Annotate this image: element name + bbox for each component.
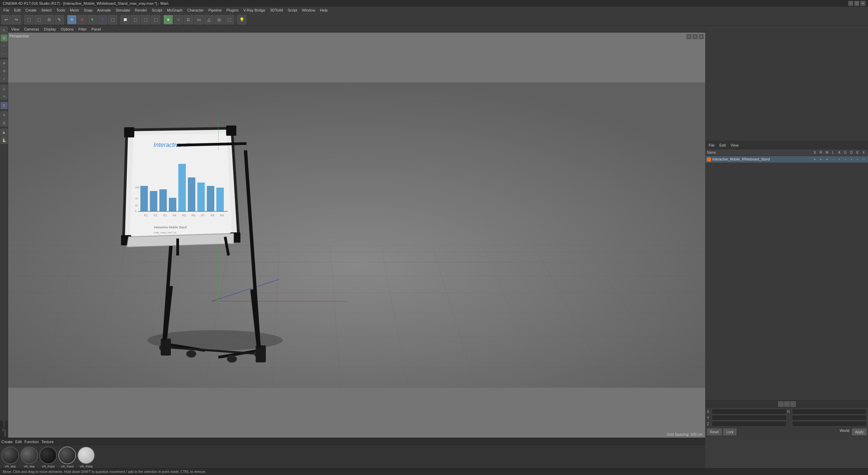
tool-scale[interactable]: ⤢: [0, 75, 8, 82]
p-field[interactable]: [792, 415, 867, 420]
shape-cone[interactable]: △: [204, 15, 214, 24]
menu-edit[interactable]: Edit: [12, 7, 23, 13]
menu-snap[interactable]: Snap: [82, 7, 95, 13]
x-position-field[interactable]: [712, 409, 787, 414]
tool-group3[interactable]: ⋯: [0, 50, 8, 57]
tool-rotate[interactable]: ↺: [0, 67, 8, 75]
vp-menu-cameras[interactable]: Cameras: [22, 27, 41, 32]
tool-camera[interactable]: S: [0, 102, 8, 109]
vp-menu-view[interactable]: View: [9, 27, 21, 32]
menu-plugins[interactable]: Plugins: [224, 7, 241, 13]
render-btn[interactable]: 🔲: [120, 15, 130, 24]
tool-polygon[interactable]: △: [0, 84, 8, 92]
menu-3dtoall[interactable]: 3DToAll: [268, 7, 285, 13]
y-axis[interactable]: Y: [87, 15, 97, 24]
object-status-d[interactable]: ●: [848, 158, 854, 161]
shape-cylinder[interactable]: ⊏: [184, 15, 193, 24]
world-axis[interactable]: ⬚: [108, 15, 117, 24]
object-status-r[interactable]: ●: [818, 158, 824, 161]
menu-mesh[interactable]: Mesh: [68, 7, 81, 13]
b-field[interactable]: [792, 421, 867, 426]
menu-select[interactable]: Select: [39, 7, 54, 13]
minimize-button[interactable]: −: [848, 1, 853, 6]
mat-menu-texture[interactable]: Texture: [41, 440, 54, 444]
coords-tab-1[interactable]: [778, 401, 784, 407]
select-tool[interactable]: ⬚: [24, 15, 34, 24]
tool-character[interactable]: ♟: [0, 129, 8, 136]
shape-capsule[interactable]: ⬚: [224, 15, 234, 24]
om-menu-file[interactable]: File: [707, 143, 716, 148]
z-position-field[interactable]: [712, 421, 787, 426]
menu-simulate[interactable]: Simulate: [114, 7, 132, 13]
vp-menu-panel[interactable]: Panel: [90, 27, 103, 32]
tool-move[interactable]: ✛: [0, 59, 8, 67]
vp-menu-display[interactable]: Display: [42, 27, 58, 32]
lock-button[interactable]: Lock: [723, 429, 736, 435]
mat-menu-function[interactable]: Function: [24, 440, 39, 444]
shape-cube[interactable]: ■: [163, 15, 173, 24]
object-status-l[interactable]: —: [830, 158, 836, 161]
material-item-2[interactable]: VR_Paint: [39, 446, 57, 468]
menu-file[interactable]: File: [1, 7, 12, 13]
material-item-1[interactable]: VR_Mat: [20, 446, 38, 468]
maximize-button[interactable]: □: [854, 1, 859, 6]
light-btn[interactable]: 💡: [237, 15, 246, 24]
h-field[interactable]: [792, 409, 867, 414]
menu-character[interactable]: Character: [185, 7, 205, 13]
tool-spline[interactable]: ∿: [0, 92, 8, 100]
coords-tab-2[interactable]: [784, 401, 790, 407]
object-list-item[interactable]: Interactive_Mobile_Whiteboard_Stand ● ● …: [706, 156, 868, 163]
tool-paint[interactable]: ✎: [0, 111, 8, 119]
material-item-3[interactable]: VR_Paint: [58, 446, 76, 468]
menu-window[interactable]: Window: [300, 7, 317, 13]
menu-create[interactable]: Create: [23, 7, 39, 13]
tool-uv[interactable]: ⊡: [0, 119, 8, 127]
render-all[interactable]: ⬚: [151, 15, 160, 24]
object-status-a[interactable]: ●: [836, 158, 842, 161]
freehand-select[interactable]: ✎: [55, 15, 64, 24]
y-position-field[interactable]: [712, 415, 787, 420]
x-axis[interactable]: X: [77, 15, 87, 24]
menu-render[interactable]: Render: [133, 7, 149, 13]
menu-tools[interactable]: Tools: [54, 7, 67, 13]
menu-pipeline[interactable]: Pipeline: [206, 7, 224, 13]
object-status-m[interactable]: ●: [824, 158, 830, 161]
om-menu-edit[interactable]: Edit: [718, 143, 728, 148]
tool-group2[interactable]: ~: [0, 42, 8, 50]
close-button[interactable]: ×: [861, 1, 865, 6]
object-status-e[interactable]: ●: [854, 158, 861, 161]
tool-group1[interactable]: ⊞: [0, 34, 8, 42]
object-status-s[interactable]: ●: [812, 158, 818, 161]
shape-torus[interactable]: ◎: [214, 15, 224, 24]
vp-menu-options[interactable]: Options: [59, 27, 75, 32]
apply-button[interactable]: Apply: [852, 429, 867, 435]
mat-menu-edit[interactable]: Edit: [15, 440, 22, 444]
shape-plane[interactable]: ▭: [194, 15, 203, 24]
z-axis[interactable]: Z: [98, 15, 107, 24]
object-status-g[interactable]: ●: [842, 158, 848, 161]
menu-script[interactable]: Script: [286, 7, 299, 13]
tool-selection[interactable]: ↖: [0, 26, 8, 34]
circle-select[interactable]: ⊙: [44, 15, 54, 24]
shape-sphere[interactable]: ○: [174, 15, 183, 24]
move-tool[interactable]: ✛: [67, 15, 77, 24]
render-active[interactable]: ⬚: [141, 15, 150, 24]
menu-animate[interactable]: Animate: [95, 7, 113, 13]
reset-button[interactable]: Reset: [707, 429, 722, 435]
om-menu-view[interactable]: View: [729, 143, 741, 148]
render-region[interactable]: ⬚: [131, 15, 140, 24]
tool-python[interactable]: 🐍: [0, 136, 8, 144]
viewport[interactable]: Perspective Grid Spacing: 100 cm ⤢ + ×: [8, 33, 705, 438]
redo-button[interactable]: ↪: [12, 15, 21, 24]
material-item-0[interactable]: VR_Mat: [1, 446, 19, 468]
material-item-4[interactable]: VR_PMat: [77, 446, 95, 468]
menu-help[interactable]: Help: [318, 7, 330, 13]
mat-menu-create[interactable]: Create: [1, 440, 13, 444]
menu-sculpt[interactable]: Sculpt: [150, 7, 164, 13]
menu-mograph[interactable]: MoGraph: [165, 7, 184, 13]
menu-vray-bridge[interactable]: V-Ray Bridge: [241, 7, 268, 13]
object-status-x[interactable]: M: [861, 158, 867, 161]
undo-button[interactable]: ↩: [1, 15, 11, 24]
coords-tab-3[interactable]: [790, 401, 796, 407]
box-select[interactable]: ⬚: [34, 15, 44, 24]
